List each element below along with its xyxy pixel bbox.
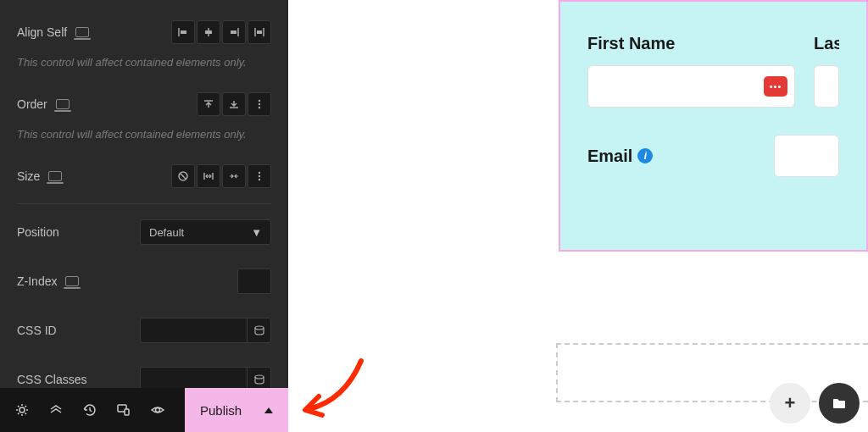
divider [17, 203, 271, 204]
dropdown-icon: ▼ [251, 226, 262, 239]
dynamic-tags-icon[interactable] [247, 318, 270, 342]
folder-button[interactable] [819, 383, 860, 424]
form-widget[interactable]: First Name ••• Las Email i [559, 0, 868, 252]
password-badge-icon[interactable]: ••• [764, 76, 787, 97]
desktop-icon[interactable] [48, 171, 62, 181]
align-self-options [171, 20, 271, 44]
svg-rect-5 [231, 30, 236, 34]
svg-rect-3 [205, 30, 212, 34]
publish-button[interactable]: Publish [185, 388, 288, 432]
svg-point-12 [259, 103, 260, 105]
position-select[interactable]: Default ▼ [140, 219, 271, 245]
align-stretch-button[interactable] [248, 20, 271, 44]
svg-point-11 [259, 100, 260, 102]
css-id-label: CSS ID [17, 324, 57, 337]
align-end-button[interactable] [222, 20, 246, 44]
order-control: Order [17, 80, 271, 128]
sidebar-content: Align Self This control will affect cont… [0, 0, 288, 388]
size-options [171, 164, 271, 188]
desktop-icon[interactable] [65, 276, 79, 286]
email-field: Email i [587, 135, 839, 177]
size-label: Size [17, 169, 40, 183]
last-name-field: Las [814, 34, 839, 108]
email-label: Email [587, 147, 632, 166]
css-id-input[interactable] [140, 318, 271, 343]
size-grow-button[interactable] [197, 164, 220, 188]
navigator-icon[interactable] [41, 388, 71, 432]
svg-rect-8 [257, 30, 262, 34]
size-shrink-button[interactable] [222, 164, 246, 188]
footer-tools [0, 388, 185, 432]
first-name-label: First Name [587, 34, 795, 53]
publish-label: Publish [200, 403, 242, 418]
z-index-label: Z-Index [17, 274, 57, 288]
info-icon[interactable]: i [637, 148, 653, 163]
css-classes-control: CSS Classes [17, 355, 271, 388]
z-index-control: Z-Index [17, 257, 271, 306]
position-label: Position [17, 225, 59, 239]
svg-rect-27 [125, 409, 129, 415]
first-name-field: First Name ••• [587, 34, 795, 108]
position-control: Position Default ▼ [17, 208, 271, 257]
order-options [197, 92, 271, 116]
css-classes-input[interactable] [140, 367, 271, 388]
align-self-control: Align Self [17, 8, 271, 56]
chevron-up-icon[interactable] [264, 407, 273, 413]
settings-icon[interactable] [7, 388, 37, 432]
order-label: Order [17, 97, 47, 111]
preview-icon[interactable] [142, 388, 173, 432]
svg-point-25 [19, 407, 25, 413]
size-control: Size [17, 152, 271, 200]
svg-point-21 [255, 326, 264, 330]
svg-rect-1 [181, 30, 186, 34]
desktop-icon[interactable] [56, 99, 70, 109]
order-more-button[interactable] [248, 92, 271, 116]
preview-canvas: First Name ••• Las Email i + [288, 0, 868, 432]
email-input[interactable] [774, 135, 839, 177]
add-element-button[interactable]: + [770, 383, 810, 424]
desktop-icon[interactable] [75, 27, 89, 37]
svg-point-18 [259, 172, 260, 174]
position-value: Default [149, 226, 184, 239]
order-last-button[interactable] [222, 92, 246, 116]
align-self-hint: This control will affect contained eleme… [17, 56, 271, 80]
align-start-button[interactable] [171, 20, 195, 44]
size-none-button[interactable] [171, 164, 195, 188]
history-icon[interactable] [75, 388, 105, 432]
dynamic-tags-icon[interactable] [247, 368, 270, 388]
order-first-button[interactable] [197, 92, 220, 116]
svg-line-15 [181, 174, 186, 180]
size-more-button[interactable] [248, 164, 271, 188]
css-classes-label: CSS Classes [17, 373, 86, 386]
editor-footer: Publish [0, 388, 288, 432]
svg-point-20 [259, 179, 260, 180]
responsive-icon[interactable] [108, 388, 139, 432]
first-name-input[interactable]: ••• [587, 65, 795, 108]
floating-actions: + [770, 383, 860, 424]
align-self-label: Align Self [17, 25, 67, 39]
svg-point-28 [156, 408, 160, 413]
last-name-input[interactable] [814, 65, 839, 108]
last-name-label: Las [814, 34, 839, 53]
svg-point-13 [259, 107, 260, 108]
z-index-input[interactable] [237, 269, 271, 294]
svg-point-19 [259, 175, 260, 177]
css-id-control: CSS ID [17, 306, 271, 355]
align-center-button[interactable] [197, 20, 220, 44]
editor-sidebar: Align Self This control will affect cont… [0, 0, 288, 432]
order-hint: This control will affect contained eleme… [17, 128, 271, 152]
svg-point-22 [255, 375, 264, 379]
